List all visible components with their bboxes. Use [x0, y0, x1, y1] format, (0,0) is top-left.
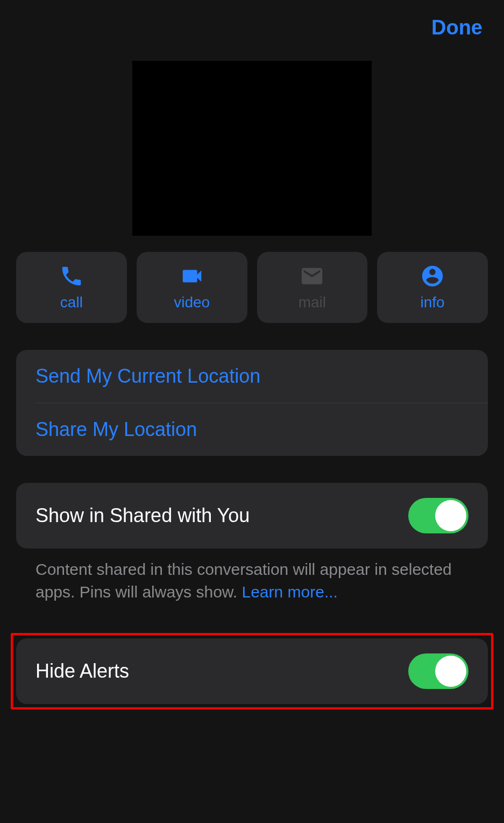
video-button[interactable]: video [137, 252, 247, 323]
avatar-container [0, 61, 504, 236]
mail-icon [300, 264, 324, 289]
shared-footer-text: Content shared in this conversation will… [16, 548, 488, 603]
hide-alerts-label: Hide Alerts [36, 660, 129, 683]
toggle-knob [435, 656, 466, 687]
hide-alerts-group: Hide Alerts [16, 638, 488, 704]
hide-alerts-toggle[interactable] [408, 653, 468, 689]
shared-with-you-label: Show in Shared with You [36, 504, 250, 527]
person-circle-icon [420, 264, 445, 289]
learn-more-link[interactable]: Learn more... [242, 583, 338, 601]
highlight-annotation: Hide Alerts [11, 633, 493, 709]
share-location-label: Share My Location [36, 418, 197, 441]
info-button[interactable]: info [377, 252, 488, 323]
action-row: call video mail info [0, 252, 504, 323]
contact-avatar[interactable] [132, 61, 372, 236]
hide-alerts-row: Hide Alerts [16, 638, 488, 704]
header: Done [0, 0, 504, 45]
mail-button[interactable]: mail [257, 252, 368, 323]
share-location-row[interactable]: Share My Location [16, 403, 488, 456]
video-icon [180, 264, 204, 289]
location-group: Send My Current Location Share My Locati… [16, 350, 488, 456]
call-label: call [60, 294, 83, 311]
video-label: video [174, 294, 210, 311]
send-location-row[interactable]: Send My Current Location [16, 350, 488, 403]
toggle-knob [435, 500, 466, 531]
call-button[interactable]: call [16, 252, 127, 323]
mail-label: mail [299, 294, 326, 311]
shared-with-you-toggle[interactable] [408, 498, 468, 533]
shared-with-you-row: Show in Shared with You [16, 483, 488, 548]
phone-icon [59, 264, 84, 289]
info-label: info [421, 294, 445, 311]
done-button[interactable]: Done [431, 16, 482, 39]
send-location-label: Send My Current Location [36, 365, 260, 388]
shared-with-you-group: Show in Shared with You [16, 483, 488, 548]
